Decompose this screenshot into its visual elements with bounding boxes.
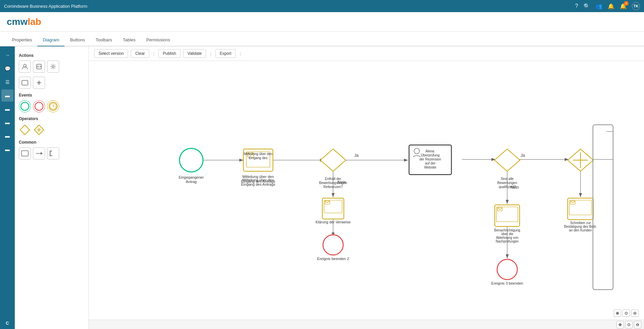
panel-user-action[interactable] [19,61,31,73]
operators-label: Operators [19,116,84,121]
events-label: Events [19,93,84,98]
panel-end-event[interactable] [33,100,45,112]
diagram-toolbar: Select version Clear | Publish Validate … [89,46,644,61]
zoom-controls-row1: ⊕ ⊙ ⊖ [614,309,639,317]
svg-text:Benachrichtigung: Benachrichtigung [494,228,520,232]
svg-point-0 [24,64,26,67]
svg-rect-71 [495,205,520,226]
notification-badge: 4 [624,1,629,6]
events-items [19,100,84,112]
svg-text:Antrag: Antrag [186,180,197,184]
svg-point-37 [179,148,203,172]
bell-icon[interactable]: 🔔 [608,3,614,9]
common-items [19,147,84,159]
panel-bracket[interactable] [47,147,59,159]
zoom-reset-btn[interactable]: ⊙ [622,309,630,317]
panel-gateway-empty[interactable] [19,124,31,136]
panel-gateway-plus[interactable] [33,124,45,136]
sidebar-menu1-icon[interactable]: ▬ [1,89,13,102]
panel-script-action[interactable] [33,61,45,73]
actions-label: Actions [19,53,84,58]
export-button[interactable]: Export [215,49,236,58]
topbar: Comindware Business Application Platform… [0,0,644,12]
clear-button[interactable]: Clear [131,49,149,58]
svg-rect-3 [22,80,28,85]
svg-text:Nachprüfungen: Nachprüfungen [496,240,519,243]
logobar: cmw lab [0,12,644,32]
zoom-minus-btn[interactable]: ⊖ [631,309,639,317]
svg-text:Eingang des: Eingang des [249,156,268,160]
svg-text:Sind alle: Sind alle [501,177,514,181]
svg-marker-58 [494,149,520,171]
svg-text:Ereignis 3 beenden: Ereignis 3 beenden [491,281,523,285]
actions-shapes [19,77,84,89]
left-sidebar: → 💬 ☰ ▬ ▬ ▬ ▬ ▬ [0,46,15,329]
zoom-minus-btn2[interactable]: ⊖ [634,321,641,328]
svg-text:qualifiziert?: qualifiziert? [499,185,516,189]
svg-marker-18 [41,152,43,155]
svg-text:Eingang des Antrags: Eingang des Antrags [241,179,275,183]
tab-permissions[interactable]: Permissions [141,34,175,46]
svg-text:an den Kunden: an den Kunden [569,228,592,232]
svg-point-7 [35,102,43,110]
svg-text:Ereignis beenden 2: Ereignis beenden 2 [317,257,349,261]
actions-items [19,61,84,73]
panel-timer-event[interactable] [47,100,59,112]
notification-icon[interactable]: 🔔 4 [620,3,627,9]
select-version-button[interactable]: Select version [94,49,128,58]
bottom-row: ⊕ ⊙ ⊖ [89,320,644,329]
panel-start-event[interactable] [19,100,31,112]
panel: Actions Events [15,46,89,329]
svg-text:Ja: Ja [521,153,525,158]
diagram-canvas[interactable]: Ja Nein Ja Nein Eingegangener Antrag Mit… [89,61,644,320]
tab-properties[interactable]: Properties [7,34,37,46]
panel-rect-action[interactable] [19,77,31,89]
divider1: | [153,51,154,56]
svg-text:Klärung der Verweise: Klärung der Verweise [316,220,351,224]
search-icon[interactable]: 🔍 [583,3,590,9]
tab-buttons[interactable]: Buttons [65,34,90,46]
sidebar-menu3-icon[interactable]: ▬ [1,116,13,129]
svg-point-69 [323,235,343,255]
avatar[interactable]: TK [632,2,640,10]
validate-button[interactable]: Validate [183,49,206,58]
sidebar-list-icon[interactable]: ☰ [1,76,13,88]
logo-cmw: cmw [7,16,28,27]
sidebar-menu2-icon[interactable]: ▬ [1,103,13,115]
publish-button[interactable]: Publish [158,49,180,58]
sidebar-collapse-icon[interactable]: → [1,49,13,61]
panel-settings-action[interactable] [47,61,59,73]
zoom-reset-btn2[interactable]: ⊙ [625,321,633,328]
users-icon[interactable]: 👥 [596,3,602,9]
common-label: Common [19,140,84,145]
svg-text:Ja: Ja [354,153,359,158]
zoom-plus-btn[interactable]: ⊕ [614,309,621,317]
panel-plus-action[interactable] [33,77,45,89]
svg-rect-80 [568,198,593,220]
zoom-plus-btn2[interactable]: ⊕ [616,321,624,328]
blue-bottom-indicator: C [0,317,15,329]
svg-text:auf der: auf der [425,161,436,165]
svg-text:Website: Website [424,166,436,169]
panel-arrow[interactable] [33,147,45,159]
svg-text:Bestätigung des Beitr.: Bestätigung des Beitr. [564,225,597,228]
help-icon[interactable]: ? [575,3,578,9]
svg-text:Alena:: Alena: [426,149,435,153]
svg-marker-47 [320,149,346,171]
tab-diagram[interactable]: Diagram [37,34,65,46]
panel-annotation[interactable] [19,147,31,159]
sidebar-menu4-icon[interactable]: ▬ [1,130,13,142]
tab-tables[interactable]: Tables [118,34,141,46]
svg-rect-16 [22,151,28,156]
svg-text:Schreiben zur: Schreiben zur [570,221,591,225]
sidebar-menu5-icon[interactable]: ▬ [1,143,13,155]
svg-rect-12 [20,125,30,135]
sidebar-chat-icon[interactable]: 💬 [1,63,13,75]
main-layout: → 💬 ☰ ▬ ▬ ▬ ▬ ▬ Actions [0,46,644,329]
svg-point-6 [21,102,29,110]
svg-text:der Rezension: der Rezension [419,157,441,161]
svg-text:Bewertungen: Bewertungen [497,181,517,185]
diagram-area: Select version Clear | Publish Validate … [89,46,644,329]
svg-text:Enthält der: Enthält der [325,177,341,181]
tab-toolbars[interactable]: Toolbars [90,34,117,46]
